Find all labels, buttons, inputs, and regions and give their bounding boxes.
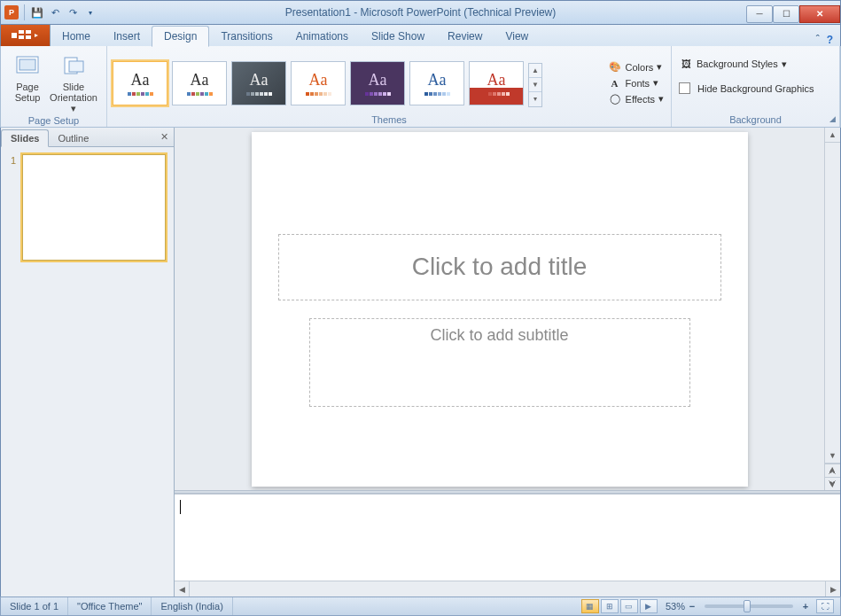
theme-gallery: Aa Aa Aa Aa Aa Aa Aa ▲▼▾ [113, 56, 597, 107]
scroll-right-icon[interactable]: ▶ [825, 581, 840, 597]
redo-icon[interactable]: ↷ [66, 5, 80, 19]
theme-3[interactable]: Aa [231, 61, 286, 105]
window-title: Presentation1 - Microsoft PowerPoint (Te… [285, 6, 556, 19]
title-placeholder[interactable]: Click to add title [278, 234, 721, 300]
reading-view-button[interactable]: ▭ [620, 599, 638, 613]
tab-animations[interactable]: Animations [284, 27, 360, 46]
theme-gallery-nav[interactable]: ▲▼▾ [528, 63, 542, 107]
theme-5[interactable]: Aa [350, 61, 405, 105]
normal-view-button[interactable]: ▦ [581, 599, 599, 613]
colors-dropdown[interactable]: 🎨Colors ▾ [606, 60, 666, 74]
notes-pane[interactable] [175, 494, 840, 581]
scroll-left-icon[interactable]: ◀ [175, 581, 190, 597]
status-theme[interactable]: "Office Theme" [68, 597, 152, 615]
tab-design[interactable]: Design [152, 26, 209, 47]
app-icon[interactable]: P [4, 5, 19, 19]
zoom-in-button[interactable]: + [798, 601, 813, 612]
svg-rect-6 [19, 59, 35, 70]
slide-canvas[interactable]: Click to add title Click to add subtitle [252, 132, 748, 487]
undo-icon[interactable]: ↶ [48, 5, 62, 19]
sorter-view-button[interactable]: ⊞ [601, 599, 619, 613]
ribbon: Page Setup Slide Orientation ▾ Page Setu… [0, 46, 841, 128]
slide-thumbnail-1[interactable]: 1 [22, 154, 166, 261]
outline-tab[interactable]: Outline [49, 130, 97, 146]
status-bar: Slide 1 of 1 "Office Theme" English (Ind… [0, 597, 841, 616]
panel-close-icon[interactable]: ✕ [160, 131, 168, 143]
svg-rect-2 [19, 35, 24, 39]
slide-orientation-button[interactable]: Slide Orientation ▾ [52, 50, 95, 113]
svg-rect-1 [19, 30, 24, 34]
svg-rect-3 [26, 30, 31, 34]
ribbon-minimize-icon[interactable]: ˆ [816, 34, 820, 46]
slide-stage[interactable]: Click to add title Click to add subtitle [175, 128, 824, 490]
slides-tab[interactable]: Slides [1, 129, 49, 147]
svg-rect-4 [26, 35, 31, 39]
tab-home[interactable]: Home [51, 27, 102, 46]
hide-background-checkbox[interactable]: Hide Background Graphics [677, 82, 815, 95]
theme-7[interactable]: Aa [469, 61, 524, 105]
zoom-slider[interactable] [705, 604, 793, 608]
svg-rect-8 [69, 61, 83, 72]
next-slide-icon[interactable]: ⮟ [825, 477, 840, 490]
group-background: 🖼Background Styles ▾ Hide Background Gra… [672, 46, 840, 127]
tab-insert[interactable]: Insert [102, 27, 152, 46]
slides-panel: Slides Outline ✕ 1 [1, 128, 175, 597]
zoom-level[interactable]: 53% [666, 601, 685, 612]
effects-dropdown[interactable]: ◯Effects ▾ [606, 92, 666, 106]
tab-view[interactable]: View [494, 27, 540, 46]
ribbon-tabs: Home Insert Design Transitions Animation… [0, 25, 841, 46]
status-language[interactable]: English (India) [152, 597, 232, 615]
editor-area: Click to add title Click to add subtitle… [175, 128, 840, 597]
theme-6[interactable]: Aa [409, 61, 464, 105]
background-launcher-icon[interactable]: ◢ [829, 114, 836, 123]
fonts-dropdown[interactable]: AFonts ▾ [606, 76, 666, 90]
slideshow-view-button[interactable]: ▶ [640, 599, 658, 613]
theme-office[interactable]: Aa [113, 61, 167, 105]
tab-transitions[interactable]: Transitions [209, 27, 284, 46]
page-setup-button[interactable]: Page Setup [6, 50, 49, 103]
scroll-up-icon[interactable]: ▲ [825, 128, 840, 143]
prev-slide-icon[interactable]: ⮝ [825, 464, 840, 477]
maximize-button[interactable]: ☐ [773, 5, 799, 23]
tab-review[interactable]: Review [436, 27, 494, 46]
background-styles-dropdown[interactable]: 🖼Background Styles ▾ [677, 57, 815, 71]
minimize-button[interactable]: ─ [746, 5, 773, 23]
zoom-out-button[interactable]: − [685, 601, 699, 612]
tab-slide-show[interactable]: Slide Show [360, 27, 436, 46]
svg-rect-0 [12, 33, 17, 38]
status-slide-info[interactable]: Slide 1 of 1 [1, 597, 68, 615]
vertical-scrollbar[interactable]: ▲ ▼ ⮝ ⮟ [824, 128, 840, 490]
horizontal-scrollbar[interactable]: ◀ ▶ [175, 581, 840, 597]
title-bar: P 💾 ↶ ↷ ▾ Presentation1 - Microsoft Powe… [0, 0, 841, 25]
theme-4[interactable]: Aa [291, 61, 346, 105]
theme-2[interactable]: Aa [172, 61, 227, 105]
qat-customize-icon[interactable]: ▾ [83, 5, 97, 19]
subtitle-placeholder[interactable]: Click to add subtitle [309, 318, 690, 407]
scroll-down-icon[interactable]: ▼ [825, 448, 840, 464]
file-tab[interactable] [1, 25, 51, 46]
group-page-setup: Page Setup Slide Orientation ▾ Page Setu… [1, 46, 107, 127]
save-icon[interactable]: 💾 [30, 5, 44, 19]
fit-window-button[interactable]: ⛶ [816, 599, 834, 613]
help-icon[interactable]: ? [827, 34, 833, 46]
group-themes: Aa Aa Aa Aa Aa Aa Aa ▲▼▾ 🎨Colors ▾ AFont… [107, 46, 672, 127]
close-button[interactable]: ✕ [799, 5, 840, 23]
